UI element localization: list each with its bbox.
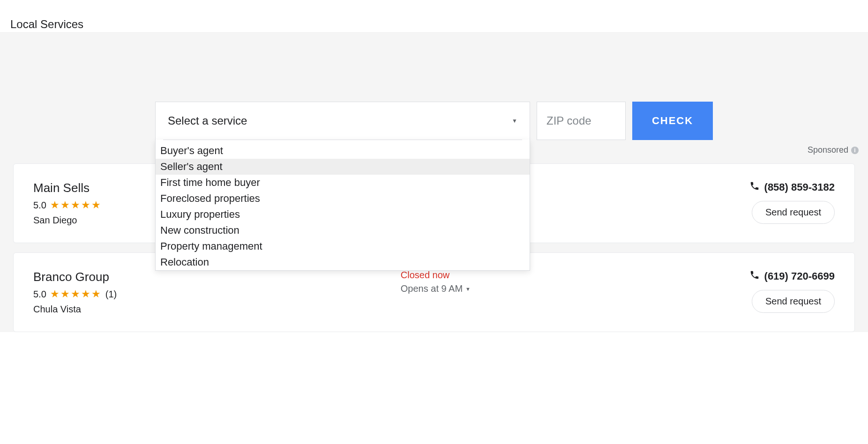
status-closed: Closed now xyxy=(401,270,749,281)
dropdown-option-sellers-agent[interactable]: Seller's agent xyxy=(156,159,530,175)
listing-phone[interactable]: (858) 859-3182 xyxy=(749,181,835,193)
header-title: Local Services xyxy=(10,18,868,31)
dropdown-option-buyers-agent[interactable]: Buyer's agent xyxy=(156,143,530,159)
dropdown-option-property-mgmt[interactable]: Property management xyxy=(156,238,530,254)
dropdown-option-rentals[interactable]: Rentals xyxy=(156,270,530,271)
service-select[interactable]: Select a service ▼ Buyer's agent Seller'… xyxy=(155,102,530,140)
zip-placeholder: ZIP code xyxy=(546,114,591,127)
stars-icon: ★★★★★ xyxy=(50,199,102,211)
opens-info[interactable]: Opens at 9 AM ▼ xyxy=(401,283,749,294)
opens-text: Opens at 9 AM xyxy=(401,283,463,294)
listing-rating: 5.0 ★★★★★ (1) xyxy=(33,288,382,300)
send-request-button[interactable]: Send request xyxy=(752,201,835,224)
zip-input[interactable]: ZIP code xyxy=(537,102,626,140)
review-count: (1) xyxy=(105,289,117,300)
sponsored-label: Sponsored xyxy=(808,145,848,155)
dropdown-option-luxury[interactable]: Luxury properties xyxy=(156,207,530,222)
listing-location: Chula Vista xyxy=(33,304,382,315)
search-row: Select a service ▼ Buyer's agent Seller'… xyxy=(0,102,868,140)
rating-value: 5.0 xyxy=(33,200,46,211)
service-select-label: Select a service xyxy=(168,114,247,127)
send-request-button[interactable]: Send request xyxy=(752,290,835,313)
chevron-down-icon: ▼ xyxy=(465,286,471,292)
chevron-down-icon: ▼ xyxy=(512,118,517,124)
phone-icon xyxy=(749,181,760,193)
check-button[interactable]: CHECK xyxy=(632,102,713,140)
phone-icon xyxy=(749,270,760,282)
dropdown-option-foreclosed[interactable]: Foreclosed properties xyxy=(156,191,530,207)
service-dropdown: Buyer's agent Seller's agent First time … xyxy=(155,140,530,271)
phone-number: (619) 720-6699 xyxy=(764,270,835,282)
phone-number: (858) 859-3182 xyxy=(764,181,835,193)
listing-title[interactable]: Branco Group xyxy=(33,270,382,284)
header: Local Services xyxy=(0,0,868,31)
dropdown-option-new-construction[interactable]: New construction xyxy=(156,222,530,238)
info-icon[interactable]: i xyxy=(851,147,859,154)
dropdown-option-relocation[interactable]: Relocation xyxy=(156,254,530,270)
dropdown-option-first-time[interactable]: First time home buyer xyxy=(156,175,530,191)
rating-value: 5.0 xyxy=(33,289,46,300)
listing-phone[interactable]: (619) 720-6699 xyxy=(749,270,835,282)
stars-icon: ★★★★★ xyxy=(50,288,102,300)
